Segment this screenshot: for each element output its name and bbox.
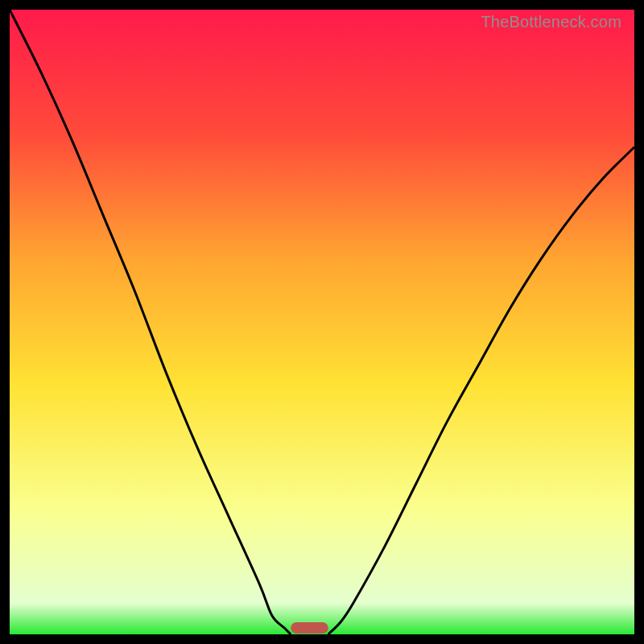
bottleneck-marker <box>291 622 328 634</box>
chart-svg <box>10 10 634 634</box>
chart-frame: TheBottleneck.com <box>10 10 634 634</box>
watermark-text: TheBottleneck.com <box>481 13 621 31</box>
gradient-background <box>10 10 634 634</box>
